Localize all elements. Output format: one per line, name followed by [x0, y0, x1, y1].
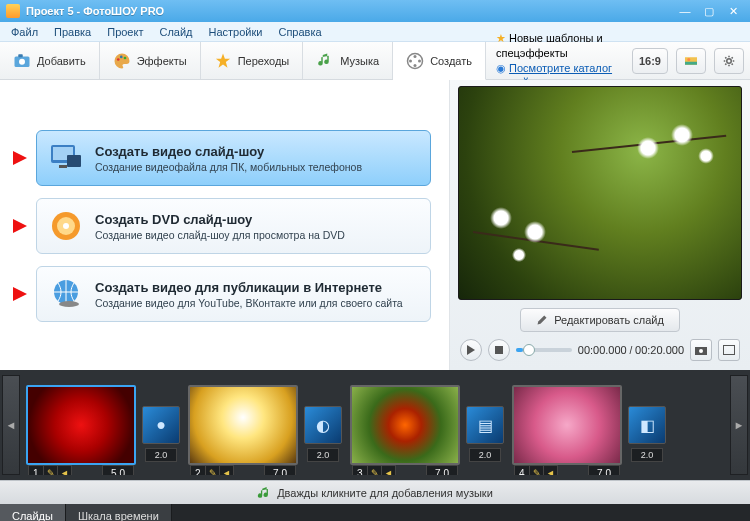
- slide-card[interactable]: 2✎◄7.0: [188, 385, 298, 465]
- camera-icon: [13, 52, 31, 70]
- window-title: Проект 5 - ФотоШОУ PRO: [26, 5, 672, 17]
- svg-point-10: [409, 59, 412, 62]
- transition-duration[interactable]: 2.0: [145, 448, 177, 462]
- timeline-track[interactable]: 1✎◄5.0●2.02✎◄7.0◐2.03✎◄7.0▤2.04✎◄7.0◧2.0: [22, 375, 728, 475]
- transition-duration[interactable]: 2.0: [631, 448, 663, 462]
- slide-card[interactable]: 3✎◄7.0: [350, 385, 460, 465]
- tab-slides-bottom[interactable]: Слайды: [0, 504, 66, 521]
- slide-number: 2: [190, 465, 206, 475]
- svg-point-26: [699, 349, 703, 353]
- menu-project[interactable]: Проект: [100, 24, 150, 40]
- tab-music[interactable]: Музыка: [303, 42, 393, 79]
- red-arrow-icon: [13, 219, 27, 233]
- transition-card[interactable]: ◧2.0: [628, 406, 668, 444]
- slide-card[interactable]: 1✎◄5.0: [26, 385, 136, 465]
- slide-thumb: [190, 387, 296, 463]
- edit-slide-button[interactable]: Редактировать слайд: [520, 308, 680, 332]
- svg-point-8: [418, 59, 421, 62]
- music-hint: Дважды кликните для добавления музыки: [277, 487, 493, 499]
- slide-tools[interactable]: ✎◄: [530, 465, 558, 475]
- snapshot-button[interactable]: [690, 339, 712, 361]
- menu-file[interactable]: Файл: [4, 24, 45, 40]
- create-panel: Создать видео слайд-шоу Создание видеофа…: [0, 80, 450, 370]
- playback-bar: 00:00.000 / 00:20.000: [458, 336, 742, 364]
- time-display: 00:00.000 / 00:20.000: [578, 344, 684, 356]
- menu-bar: Файл Правка Проект Слайд Настройки Справ…: [0, 22, 750, 42]
- slide-duration[interactable]: 5.0: [102, 465, 134, 475]
- transition-thumb: ●: [142, 406, 180, 444]
- gear-icon: [723, 55, 735, 67]
- title-bar: Проект 5 - ФотоШОУ PRO — ▢ ✕: [0, 0, 750, 22]
- menu-edit[interactable]: Правка: [47, 24, 98, 40]
- transition-thumb: ◧: [628, 406, 666, 444]
- timeline-strip: ◄ 1✎◄5.0●2.02✎◄7.0◐2.03✎◄7.0▤2.04✎◄7.0◧2…: [0, 370, 750, 480]
- timeline-prev-button[interactable]: ◄: [2, 375, 20, 475]
- transition-card[interactable]: ▤2.0: [466, 406, 506, 444]
- fullscreen-button[interactable]: [718, 339, 740, 361]
- tab-create[interactable]: Создать: [393, 42, 486, 80]
- settings-button[interactable]: [714, 48, 744, 74]
- music-strip[interactable]: Дважды кликните для добавления музыки: [0, 480, 750, 504]
- seek-slider[interactable]: [516, 348, 572, 352]
- svg-rect-2: [18, 54, 23, 57]
- transition-card[interactable]: ●2.0: [142, 406, 182, 444]
- menu-help[interactable]: Справка: [271, 24, 328, 40]
- reel-icon: [406, 52, 424, 70]
- slide-tools[interactable]: ✎◄: [368, 465, 396, 475]
- svg-point-7: [414, 55, 417, 58]
- tab-transitions[interactable]: Переходы: [201, 42, 304, 79]
- play-button[interactable]: [460, 339, 482, 361]
- bottom-track[interactable]: [172, 504, 750, 521]
- menu-slide[interactable]: Слайд: [152, 24, 199, 40]
- monitor-icon: [49, 141, 83, 175]
- svg-rect-24: [495, 346, 503, 354]
- main-toolbar: Добавить Эффекты Переходы Музыка Создать…: [0, 42, 750, 80]
- timeline-next-button[interactable]: ►: [730, 375, 748, 475]
- svg-point-4: [120, 55, 123, 58]
- create-web-button[interactable]: Создать видео для публикации в Интернете…: [36, 266, 431, 322]
- menu-settings[interactable]: Настройки: [202, 24, 270, 40]
- close-button[interactable]: ✕: [722, 3, 744, 19]
- globe-icon: [49, 277, 83, 311]
- transition-duration[interactable]: 2.0: [469, 448, 501, 462]
- slide-duration[interactable]: 7.0: [264, 465, 296, 475]
- slide-duration[interactable]: 7.0: [588, 465, 620, 475]
- create-dvd-button[interactable]: Создать DVD слайд-шоу Создание видео сла…: [36, 198, 431, 254]
- minimize-button[interactable]: —: [674, 3, 696, 19]
- svg-rect-18: [59, 165, 67, 168]
- red-arrow-icon: [13, 287, 27, 301]
- camera-icon: [695, 345, 707, 355]
- slide-thumb: [352, 387, 458, 463]
- picture-icon: [685, 55, 697, 67]
- create-video-button[interactable]: Создать видео слайд-шоу Создание видеофа…: [36, 130, 431, 186]
- transition-duration[interactable]: 2.0: [307, 448, 339, 462]
- slide-thumb: [28, 387, 134, 463]
- play-icon: [467, 345, 475, 355]
- slide-thumb: [514, 387, 620, 463]
- red-arrow-icon: [13, 151, 27, 165]
- slide-card[interactable]: 4✎◄7.0: [512, 385, 622, 465]
- preview-image: [459, 87, 741, 299]
- slide-duration[interactable]: 7.0: [426, 465, 458, 475]
- aspect-button[interactable]: 16:9: [632, 48, 668, 74]
- svg-point-5: [123, 56, 126, 59]
- background-button[interactable]: [676, 48, 706, 74]
- pencil-icon: [536, 314, 548, 326]
- music-note-icon: [257, 486, 271, 500]
- slide-tools[interactable]: ✎◄: [206, 465, 234, 475]
- tab-timeline-bottom[interactable]: Шкала времени: [66, 504, 172, 521]
- star-icon: [214, 52, 232, 70]
- transition-thumb: ▤: [466, 406, 504, 444]
- preview-viewport[interactable]: [458, 86, 742, 300]
- tab-effects[interactable]: Эффекты: [100, 42, 201, 79]
- transition-thumb: ◐: [304, 406, 342, 444]
- slide-number: 1: [28, 465, 44, 475]
- transition-card[interactable]: ◐2.0: [304, 406, 344, 444]
- maximize-button[interactable]: ▢: [698, 3, 720, 19]
- tab-add[interactable]: Добавить: [0, 42, 100, 79]
- slide-tools[interactable]: ✎◄: [44, 465, 72, 475]
- svg-rect-17: [67, 155, 81, 167]
- promo-line1: Новые шаблоны и спецэффекты: [496, 31, 620, 61]
- stop-button[interactable]: [488, 339, 510, 361]
- preview-panel: Редактировать слайд 00:00.000 / 00:20.00…: [450, 80, 750, 370]
